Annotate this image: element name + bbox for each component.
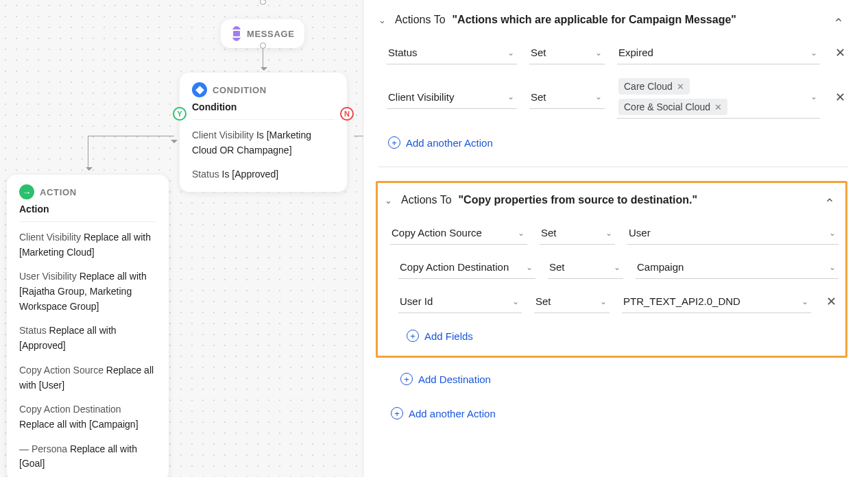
property-select[interactable]: Copy Action Destination ⌄ xyxy=(398,256,535,279)
condition-title: Condition xyxy=(192,101,335,120)
collapse-button[interactable] xyxy=(821,191,839,209)
chevron-down-icon: ⌄ xyxy=(810,92,817,101)
condition-icon xyxy=(192,82,207,97)
value-select[interactable]: PTR_TEXT_API2.0_DND ⌄ xyxy=(622,290,811,313)
tag-remove-icon[interactable]: ✕ xyxy=(677,82,684,92)
action-rule-key: — Persona xyxy=(19,443,67,454)
property-value: Copy Action Source xyxy=(391,227,482,238)
tag-label: Core & Social Cloud xyxy=(624,101,710,112)
action-icon xyxy=(19,184,34,199)
action-rule-val: Replace all with [Campaign] xyxy=(19,419,138,430)
add-action-button[interactable]: + Add another Action xyxy=(387,132,494,153)
add-fields-label: Add Fields xyxy=(424,330,473,342)
plus-icon: + xyxy=(407,330,419,342)
condition-rule-val: Is [Approved] xyxy=(222,169,279,180)
value-select[interactable]: Campaign ⌄ xyxy=(636,256,839,279)
property-select[interactable]: Status ⌄ xyxy=(387,41,517,64)
properties-panel: ⌄ Actions To "Actions which are applicab… xyxy=(363,0,868,477)
chevron-down-icon: ⌄ xyxy=(518,228,525,238)
chevron-down-icon: ⌄ xyxy=(801,297,808,306)
action-rule-key: Client Visibility xyxy=(19,232,81,243)
action-rule-key: Status xyxy=(19,325,47,336)
collapse-button[interactable] xyxy=(830,11,847,29)
property-value: Copy Action Destination xyxy=(400,261,509,273)
action-rule-key: User Visibility xyxy=(19,271,77,282)
action-row: Copy Action Source ⌄ Set ⌄ User ⌄ xyxy=(385,219,839,247)
add-action-label: Add another Action xyxy=(409,408,496,419)
chevron-down-icon: ⌄ xyxy=(512,297,519,306)
add-action-label: Add another Action xyxy=(406,137,493,149)
tag[interactable]: Care Cloud ✕ xyxy=(618,78,690,95)
operator-value: Set xyxy=(535,295,551,307)
operator-select[interactable]: Set ⌄ xyxy=(548,256,623,279)
tag[interactable]: Core & Social Cloud ✕ xyxy=(618,99,727,115)
action-row: Status ⌄ Set ⌄ Expired ⌄ ✕ xyxy=(378,38,847,67)
section-title: "Actions which are applicable for Campai… xyxy=(453,14,736,26)
condition-node[interactable]: CONDITION Condition Client Visibility Is… xyxy=(180,73,347,192)
chevron-down-icon: ⌄ xyxy=(829,262,836,272)
property-select[interactable]: Client Visibility ⌄ xyxy=(387,86,517,109)
chevron-down-icon: ⌄ xyxy=(378,15,388,25)
plus-icon: + xyxy=(388,136,400,149)
chevron-down-icon: ⌄ xyxy=(614,262,620,272)
add-action-button[interactable]: + Add another Action xyxy=(389,403,497,424)
value-text: User xyxy=(629,227,651,238)
action-row: Client Visibility ⌄ Set ⌄ Care Cloud ✕ C… xyxy=(378,73,847,121)
add-fields-button[interactable]: + Add Fields xyxy=(405,326,474,346)
property-value: Status xyxy=(388,47,418,58)
action-row: User Id ⌄ Set ⌄ PTR_TEXT_API2.0_DND ⌄ ✕ xyxy=(385,287,839,316)
remove-row-button[interactable]: ✕ xyxy=(823,294,839,309)
operator-select[interactable]: Set ⌄ xyxy=(529,86,605,109)
add-destination-button[interactable]: + Add Destination xyxy=(399,369,492,389)
workflow-canvas[interactable]: MESSAGE CONDITION Condition Client Visib… xyxy=(0,0,363,477)
value-select[interactable]: User ⌄ xyxy=(627,221,839,245)
highlighted-section: ⌄ Actions To "Copy properties from sourc… xyxy=(376,181,847,358)
remove-row-button[interactable]: ✕ xyxy=(832,45,847,60)
chevron-down-icon: ⌄ xyxy=(595,92,602,101)
chevron-down-icon: ⌄ xyxy=(810,48,817,58)
plus-icon: + xyxy=(391,407,403,419)
condition-rule-key: Status xyxy=(192,169,219,180)
chevron-down-icon: ⌄ xyxy=(385,195,394,206)
action-rule-key: Copy Action Source xyxy=(19,365,104,376)
value-tags[interactable]: Care Cloud ✕ Core & Social Cloud ✕ ⌄ xyxy=(617,75,820,119)
section-1-header[interactable]: ⌄ Actions To "Actions which are applicab… xyxy=(378,8,847,38)
chevron-down-icon: ⌄ xyxy=(605,228,612,238)
add-destination-label: Add Destination xyxy=(418,374,491,385)
property-select[interactable]: User Id ⌄ xyxy=(398,290,522,313)
section-2-header[interactable]: ⌄ Actions To "Copy properties from sourc… xyxy=(385,191,839,219)
remove-row-button[interactable]: ✕ xyxy=(832,90,847,105)
action-node[interactable]: ACTION Action Client Visibility Replace … xyxy=(7,175,169,477)
plus-icon: + xyxy=(400,373,413,385)
value-text: Expired xyxy=(618,47,653,58)
yes-badge: Y xyxy=(173,107,186,121)
tag-remove-icon[interactable]: ✕ xyxy=(714,102,722,112)
operator-select[interactable]: Set ⌄ xyxy=(529,41,605,64)
operator-select[interactable]: Set ⌄ xyxy=(534,290,610,313)
property-value: User Id xyxy=(400,295,433,307)
chevron-down-icon: ⌄ xyxy=(595,48,602,58)
action-label: ACTION xyxy=(40,187,77,197)
action-rule-key: Copy Action Destination xyxy=(19,404,121,415)
action-title: Action xyxy=(19,204,156,222)
section-prefix: Actions To xyxy=(395,14,446,26)
tag-label: Care Cloud xyxy=(624,81,673,92)
operator-value: Set xyxy=(541,227,557,238)
chevron-down-icon: ⌄ xyxy=(829,228,836,238)
operator-value: Set xyxy=(531,47,546,58)
operator-value: Set xyxy=(549,261,565,273)
section-prefix: Actions To xyxy=(401,194,452,206)
property-value: Client Visibility xyxy=(388,91,454,103)
condition-rule-key: Client Visibility xyxy=(192,130,254,140)
value-text: Campaign xyxy=(637,261,684,273)
value-select[interactable]: Expired ⌄ xyxy=(617,41,820,64)
operator-select[interactable]: Set ⌄ xyxy=(540,221,615,245)
chevron-down-icon: ⌄ xyxy=(600,297,607,306)
section-title: "Copy properties from source to destinat… xyxy=(459,194,698,206)
chevron-down-icon: ⌄ xyxy=(507,92,514,101)
property-select[interactable]: Copy Action Source ⌄ xyxy=(390,221,527,245)
action-row: Copy Action Destination ⌄ Set ⌄ Campaign… xyxy=(385,253,839,282)
operator-value: Set xyxy=(531,91,546,103)
chevron-down-icon: ⌄ xyxy=(526,262,533,272)
condition-label: CONDITION xyxy=(213,85,267,95)
